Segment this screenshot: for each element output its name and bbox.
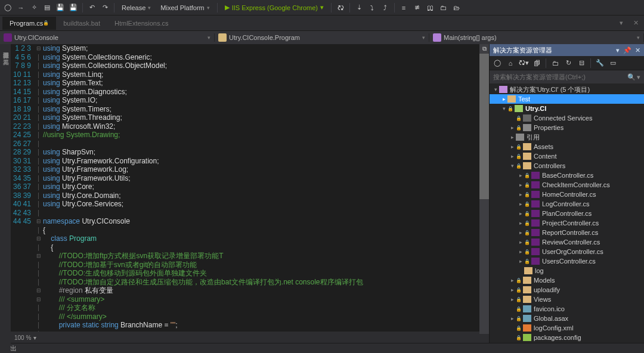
undo-icon[interactable]: ↶ (86, 2, 97, 13)
nav-member-dropdown[interactable]: Main(string[] args) (429, 33, 644, 42)
ico-cs-icon (531, 191, 540, 198)
step-out-icon[interactable]: ⤴ (380, 2, 391, 13)
tree-node[interactable]: ▾🔒Utry.CI (490, 104, 644, 113)
tab-close-icon[interactable]: ✕ (633, 19, 642, 27)
nav-project-dropdown[interactable]: Utry.CIConsole (0, 33, 215, 42)
tree-node[interactable]: 🔒packages.config (490, 333, 644, 342)
scrollbar-thumb[interactable] (479, 44, 489, 199)
tree-node[interactable]: ▸🔒UsersController.cs (490, 256, 644, 266)
tree-node[interactable]: ▸🔒Global.asax (490, 314, 644, 323)
tree-node[interactable]: ▾解决方案'Utry.CI' (5 个项目) (490, 85, 644, 94)
panel-pin-icon[interactable]: 📌 (623, 47, 631, 54)
tree-node[interactable]: ▸Test (490, 94, 644, 104)
bookmark-next-icon[interactable]: 🗀 (438, 2, 448, 13)
tree-node[interactable]: ▸🔒ReviewController.cs (490, 237, 644, 247)
new-project-icon[interactable]: ✧ (29, 2, 39, 13)
nav-fwd-icon[interactable]: → (16, 2, 26, 13)
lock-icon: 🔒 (516, 297, 522, 302)
vertical-scrollbar[interactable] (479, 44, 489, 334)
lock-icon: 🔒 (516, 116, 522, 121)
nav-member-label: Main(string[] args) (444, 34, 497, 41)
panel-close-icon[interactable]: ✕ (635, 47, 640, 54)
solution-search-input[interactable] (493, 73, 627, 80)
panel-dropdown-icon[interactable]: ▾ (616, 47, 620, 54)
tree-node[interactable]: ▸🔒BaseController.cs (490, 171, 644, 180)
preview-icon[interactable]: ▭ (608, 58, 618, 69)
sync-icon[interactable]: 🗘▾ (518, 58, 529, 69)
step-over-icon[interactable]: ⤵ (367, 2, 377, 13)
tree-node[interactable]: ▸🔒PlanController.cs (490, 209, 644, 218)
tree-node[interactable]: ▸引用 (490, 132, 644, 142)
code-area[interactable]: using System;using System.Collections.Ge… (43, 44, 489, 332)
toolbox-tab[interactable]: 工具箱 (0, 51, 11, 58)
server-explorer-tab[interactable]: 服务器资源管理器 (0, 44, 11, 51)
tree-node[interactable]: ▸🔒Models (490, 275, 644, 285)
ico-folder-icon (524, 267, 532, 274)
tree-node[interactable]: ▸🔒LogController.cs (490, 199, 644, 209)
pending-icon[interactable]: 🗐 (531, 58, 542, 69)
lock-icon: 🔒 (516, 287, 522, 293)
uncomment-icon[interactable]: ≢ (411, 2, 422, 13)
code-editor[interactable]: 1 2 3 4 5 6 7 8 9 10 11 12 13 14 15 16 1… (11, 44, 489, 353)
tree-node[interactable]: ▸🔒Views (490, 295, 644, 304)
tree-node-label: Models (534, 277, 555, 284)
tree-node[interactable]: ▸🔒Assets (490, 142, 644, 151)
toolbar-separator (349, 3, 350, 13)
tree-node-label: ProjectController.cs (542, 219, 599, 227)
comment-icon[interactable]: ≡ (398, 2, 409, 13)
collapsed-tool-windows: 服务器资源管理器 工具箱 (0, 44, 11, 353)
solution-tree[interactable]: ▾解决方案'Utry.CI' (5 个项目)▸Test▾🔒Utry.CI🔒Con… (490, 83, 644, 353)
nav-class-label: Utry.CIConsole.Program (229, 34, 300, 41)
bookmark-icon[interactable]: 🕮 (425, 2, 435, 13)
tree-node[interactable]: ▸🔒Content (490, 151, 644, 161)
collapse-icon[interactable]: ⊟ (576, 58, 587, 69)
save-icon[interactable]: 💾 (55, 2, 66, 13)
solution-explorer-title-bar[interactable]: 解决方案资源管理器 ▾ 📌 ✕ (490, 44, 644, 56)
document-tab[interactable]: buildtask.bat (56, 17, 107, 30)
document-tab[interactable]: HtmlExtensions.cs (107, 17, 175, 30)
tree-node[interactable]: 🔒Connected Services (490, 113, 644, 123)
split-editor-icon[interactable]: ⧉ (479, 44, 489, 54)
tree-node[interactable]: ▸🔒CheckItemController.cs (490, 180, 644, 190)
toolbar-separator (82, 3, 83, 13)
tree-node[interactable]: ▸🔒uploadify (490, 285, 644, 295)
zoom-level[interactable]: 100 % (14, 335, 31, 341)
tree-node-label: Utry.CI (525, 105, 546, 112)
search-icon[interactable]: 🔍 (627, 73, 636, 81)
step-into-icon[interactable]: ⇣ (354, 2, 364, 13)
solution-explorer-panel: 解决方案资源管理器 ▾ 📌 ✕ ◯ ⌂ 🗘▾ 🗐 🗀 ↻ ⊟ 🔧 ▭ 🔍▾ ▾解… (489, 44, 644, 353)
tree-node[interactable]: ▸🔒UserOrgController.cs (490, 247, 644, 256)
editor-status-bar: 100 %▾ (11, 332, 489, 343)
tree-node[interactable]: ▾🔒Controllers (490, 161, 644, 171)
nav-back-icon[interactable]: ◯ (2, 2, 13, 13)
bookmark-prev-icon[interactable]: 🗁 (451, 2, 462, 13)
tree-node[interactable]: 🔒logConfig.xml (490, 323, 644, 333)
tree-node[interactable]: ▸🔒HomeController.cs (490, 190, 644, 199)
toolbar-separator (590, 58, 591, 68)
start-debug-button[interactable]: ▶ IIS Express (Google Chrome) ▾ (221, 4, 327, 11)
properties-icon[interactable]: 🔧 (595, 58, 605, 69)
save-all-icon[interactable]: 💾 (68, 2, 79, 13)
solution-config-dropdown[interactable]: Release (118, 2, 154, 14)
home-icon[interactable]: ⌂ (505, 58, 516, 69)
method-icon (433, 33, 441, 42)
redo-icon[interactable]: ↷ (100, 2, 110, 13)
show-all-icon[interactable]: 🗀 (550, 58, 561, 69)
open-file-icon[interactable]: ▤ (42, 2, 52, 13)
tree-node[interactable]: ▸🔒Properties (490, 123, 644, 132)
nav-class-dropdown[interactable]: Utry.CIConsole.Program (215, 33, 429, 42)
tree-node[interactable]: ▸🔒ReportController.cs (490, 228, 644, 237)
tree-node[interactable]: 🔒favicon.ico (490, 304, 644, 314)
tab-overflow-icon[interactable]: ▾ (620, 19, 628, 27)
refresh-icon[interactable]: ↻ (563, 58, 574, 69)
output-window-tab[interactable]: 输出 (0, 343, 644, 353)
ico-ref-icon (516, 134, 524, 141)
document-tab[interactable]: Program.cs 🔒 (2, 17, 56, 30)
browser-link-icon[interactable]: 🗘 (335, 2, 346, 13)
tree-node-label: HomeController.cs (542, 191, 596, 198)
back-icon[interactable]: ◯ (492, 58, 503, 69)
tree-node[interactable]: ▸🔒ProjectController.cs (490, 218, 644, 228)
solution-platform-dropdown[interactable]: Mixed Platform (157, 2, 213, 14)
tree-node[interactable]: log (490, 266, 644, 275)
fold-gutter[interactable]: ⊟│││││││││││││││││││⊟│⊟│⊟│││⊟⊟││││⊟││││⊟… (35, 44, 43, 332)
